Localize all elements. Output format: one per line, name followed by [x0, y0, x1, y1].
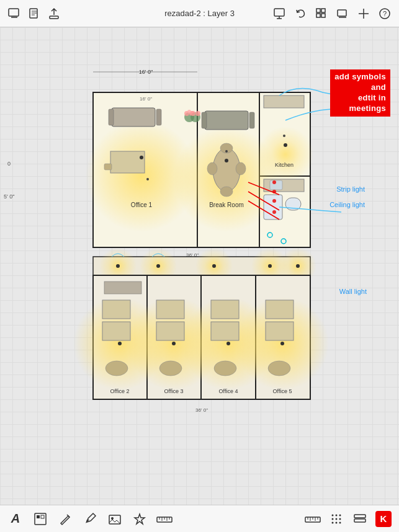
- svg-point-98: [225, 150, 228, 153]
- canvas-area[interactable]: 0 5' 0" add symbols and edtit in meeting…: [0, 27, 399, 505]
- svg-point-60: [156, 264, 160, 268]
- trim-icon[interactable]: [357, 7, 370, 20]
- text-tool-button[interactable]: A: [7, 511, 24, 527]
- shape-tool-button[interactable]: [32, 511, 48, 527]
- svg-point-82: [105, 361, 128, 376]
- svg-rect-7: [321, 14, 325, 17]
- annotation-line3: edtit in: [334, 93, 386, 104]
- svg-point-93: [118, 342, 122, 345]
- svg-point-125: [339, 514, 341, 516]
- svg-rect-27: [109, 109, 114, 125]
- svg-text:16' 0": 16' 0": [140, 96, 152, 102]
- annotation-line4: meetings: [334, 104, 386, 114]
- record-button[interactable]: K: [375, 511, 392, 527]
- svg-rect-76: [156, 300, 184, 319]
- svg-text:Break Room: Break Room: [209, 202, 244, 208]
- svg-point-99: [283, 135, 285, 137]
- floor-plan[interactable]: 16' 0" 16' 0" Office 1 Break Room Kitc: [37, 58, 347, 430]
- svg-rect-3: [274, 9, 284, 16]
- annotation-line2: and: [334, 82, 386, 93]
- svg-rect-2: [50, 16, 58, 19]
- highlight-tool-button[interactable]: [82, 511, 98, 527]
- annotation-line1: add symbols: [334, 72, 386, 82]
- svg-rect-75: [104, 282, 141, 294]
- svg-point-97: [146, 178, 149, 180]
- pen-tool-button[interactable]: [57, 511, 73, 527]
- new-document-button[interactable]: [27, 7, 41, 20]
- svg-text:Office 3: Office 3: [164, 388, 184, 394]
- svg-point-85: [268, 361, 290, 376]
- svg-rect-107: [37, 515, 40, 518]
- svg-rect-35: [202, 112, 207, 128]
- help-icon[interactable]: ?: [378, 7, 392, 20]
- svg-rect-26: [112, 108, 155, 126]
- svg-point-59: [116, 264, 120, 268]
- svg-rect-4: [316, 9, 320, 12]
- export-button[interactable]: [47, 7, 61, 20]
- svg-text:?: ?: [383, 10, 387, 17]
- svg-point-105: [272, 210, 276, 214]
- svg-point-41: [220, 187, 233, 197]
- ruler-mark-zero: 0: [7, 161, 11, 167]
- svg-point-92: [284, 143, 287, 147]
- ruler-mark-5ft: 5' 0": [4, 193, 14, 200]
- svg-point-131: [339, 521, 341, 523]
- svg-point-103: [272, 190, 276, 193]
- svg-point-124: [336, 514, 338, 516]
- back-button[interactable]: [7, 7, 21, 20]
- grid-dots-icon[interactable]: [328, 511, 344, 527]
- import-icon[interactable]: [272, 7, 286, 20]
- svg-rect-80: [266, 300, 294, 319]
- svg-point-91: [225, 159, 228, 162]
- ruler-tool-button[interactable]: [156, 511, 173, 527]
- svg-rect-8: [338, 10, 346, 16]
- toolbar-left-bottom: A: [7, 511, 173, 527]
- svg-rect-133: [354, 519, 365, 522]
- svg-point-32: [187, 110, 191, 113]
- toolbar-right-bottom: K: [305, 511, 392, 527]
- svg-text:36' 0": 36' 0": [195, 407, 208, 413]
- svg-point-42: [207, 162, 217, 175]
- svg-rect-28: [156, 109, 161, 125]
- svg-point-19: [258, 126, 313, 182]
- svg-point-128: [339, 518, 341, 520]
- svg-text:Office 1: Office 1: [131, 202, 153, 208]
- svg-rect-34: [205, 111, 248, 130]
- svg-rect-108: [41, 515, 44, 518]
- svg-text:Office 4: Office 4: [219, 388, 238, 394]
- svg-point-83: [159, 361, 182, 376]
- svg-rect-6: [316, 14, 320, 17]
- svg-text:Office 2: Office 2: [110, 388, 130, 394]
- layers-panel-icon[interactable]: [352, 511, 368, 527]
- svg-rect-78: [211, 300, 239, 319]
- svg-rect-73: [102, 300, 130, 319]
- layers-icon[interactable]: [336, 7, 349, 20]
- star-tool-button[interactable]: [132, 511, 148, 527]
- top-toolbar: rezadad-2 : Layer 3 ?: [0, 0, 399, 27]
- svg-rect-74: [102, 322, 130, 340]
- annotation-box: add symbols and edtit in meetings: [330, 69, 390, 117]
- grid-icon[interactable]: [315, 7, 328, 20]
- svg-rect-25: [104, 164, 112, 170]
- svg-point-63: [296, 264, 300, 268]
- toolbar-right: ?: [272, 7, 392, 20]
- svg-point-84: [214, 361, 236, 376]
- svg-point-129: [332, 521, 334, 523]
- bottom-toolbar: A K: [0, 505, 399, 532]
- image-tool-button[interactable]: [107, 511, 123, 527]
- svg-point-94: [172, 342, 176, 345]
- svg-rect-132: [354, 515, 365, 518]
- document-title: rezadad-2 : Layer 3: [164, 9, 235, 18]
- svg-rect-77: [156, 322, 184, 340]
- undo-icon[interactable]: [294, 7, 307, 20]
- svg-rect-36: [249, 112, 254, 128]
- measure-icon[interactable]: [305, 511, 321, 527]
- svg-point-43: [236, 162, 246, 175]
- svg-rect-44: [264, 95, 304, 108]
- svg-rect-48: [270, 180, 282, 190]
- svg-point-90: [140, 156, 143, 159]
- svg-text:Office 5: Office 5: [273, 388, 292, 394]
- svg-point-39: [195, 111, 200, 116]
- svg-point-104: [272, 199, 276, 203]
- svg-point-123: [332, 514, 334, 516]
